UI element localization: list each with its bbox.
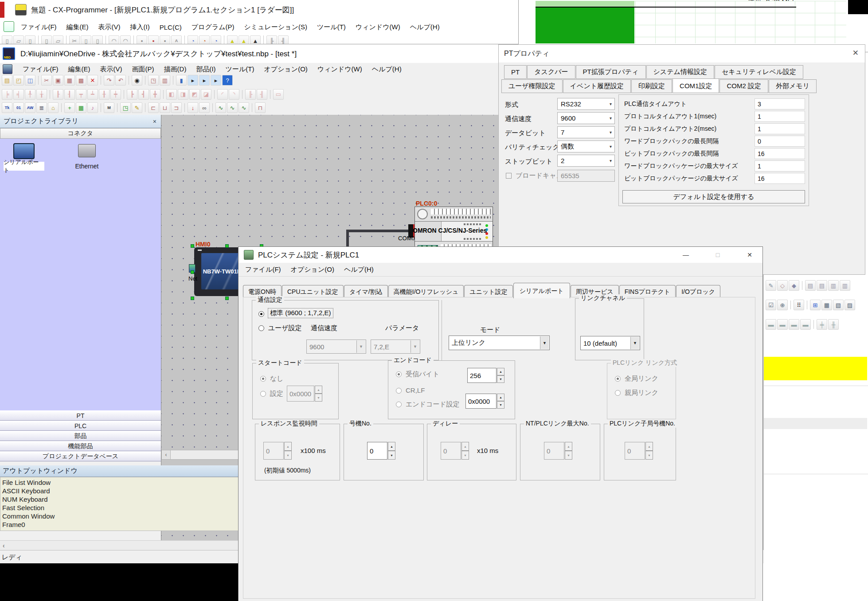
- library-tab-3[interactable]: 機能部品: [0, 441, 161, 451]
- align-bottom-icon[interactable]: ┷: [87, 89, 98, 100]
- drag-select-icon[interactable]: ▸: [211, 75, 221, 86]
- cut-icon[interactable]: ✂: [69, 35, 80, 44]
- print-icon[interactable]: ▯: [41, 35, 52, 44]
- group-icon[interactable]: ◧: [166, 89, 177, 100]
- braille-grid-icon[interactable]: ⠿: [794, 300, 804, 310]
- plc-tab-7[interactable]: FINSプロテクト: [619, 285, 676, 298]
- cx-menu-item-1[interactable]: 編集(E): [62, 22, 94, 32]
- cut-icon[interactable]: ✂: [41, 75, 52, 86]
- cx-menu-item-7[interactable]: ツール(T): [312, 22, 351, 32]
- doc-icon[interactable]: ▧: [833, 300, 844, 310]
- building-icon[interactable]: ⌂: [48, 102, 59, 113]
- rack2-icon[interactable]: ▤: [817, 280, 827, 291]
- broadcast-checkbox[interactable]: [506, 173, 512, 179]
- hand-icon[interactable]: ◇: [777, 280, 788, 291]
- new-icon[interactable]: ▤: [2, 75, 12, 86]
- module3-icon[interactable]: ▬: [789, 319, 799, 330]
- plc-tab-1[interactable]: CPUユニット設定: [282, 285, 344, 298]
- plc-tab-4[interactable]: ユニット設定: [464, 285, 512, 298]
- text-library-icon[interactable]: Tk: [2, 102, 12, 113]
- param-value-input[interactable]: 0: [755, 136, 805, 147]
- undo-icon[interactable]: ◠: [109, 35, 119, 44]
- plc-menu-item-0[interactable]: ファイル(F): [240, 265, 286, 275]
- cable-segment[interactable]: [346, 230, 408, 232]
- xy-chart-icon[interactable]: ∿: [227, 102, 238, 113]
- ruler-icon[interactable]: ▭: [273, 89, 284, 100]
- help-icon[interactable]: ?: [222, 75, 233, 86]
- rack-icon[interactable]: ▤: [805, 280, 816, 291]
- io-icon[interactable]: ▥: [828, 280, 839, 291]
- use-default-settings-button[interactable]: デフォルト設定を使用する: [622, 190, 805, 203]
- pt-tab-4[interactable]: COM2 設定: [719, 79, 768, 93]
- plc-tab-2[interactable]: タイマ/割込: [344, 285, 388, 298]
- stamp-icon[interactable]: ◆: [789, 280, 799, 291]
- databit-select[interactable]: 7▾: [557, 126, 615, 138]
- baud-select[interactable]: 9600▾: [557, 112, 615, 124]
- cx-menu-item-6[interactable]: シミュレーション(S): [239, 22, 312, 32]
- pt-tab-3[interactable]: COM1設定: [673, 78, 719, 93]
- nb-menu-item-2[interactable]: 表示(V): [95, 64, 127, 74]
- coil-icon[interactable]: ╢: [278, 35, 289, 44]
- param-value-input[interactable]: 16: [755, 148, 805, 159]
- help-icon[interactable]: ◔: [199, 35, 210, 44]
- link-channel-select[interactable]: 10 (default)▼: [580, 336, 640, 350]
- copy-icon[interactable]: ▯: [81, 35, 91, 44]
- align-right-icon[interactable]: ┨: [64, 89, 75, 100]
- pt-tab-0[interactable]: ユーザ権限設定: [501, 79, 563, 93]
- search-icon[interactable]: ◔: [211, 35, 221, 44]
- redo-icon[interactable]: ↷: [104, 75, 114, 86]
- stopbit-select[interactable]: 2▾: [557, 155, 615, 167]
- print-preview-icon[interactable]: ◳: [148, 75, 159, 86]
- standard-radio[interactable]: [258, 311, 264, 317]
- save-icon[interactable]: ▯: [25, 35, 35, 44]
- nb-menu-item-7[interactable]: オプション(O): [259, 64, 312, 74]
- parity-select[interactable]: 偶数▾: [557, 140, 615, 152]
- align-top-icon[interactable]: ┯: [76, 89, 86, 100]
- cx-menu-item-3[interactable]: 挿入(I): [125, 22, 155, 32]
- scroll-left-icon[interactable]: ‹: [162, 450, 171, 459]
- h-spacing-icon[interactable]: ╟: [245, 89, 256, 100]
- recv-bytes-spinner[interactable]: 256 ▲▼: [467, 368, 504, 383]
- library-tab-2[interactable]: 部品: [0, 431, 161, 441]
- module4-icon[interactable]: ▬: [800, 319, 811, 330]
- end-code-spinner[interactable]: 0x0000 ▲▼: [465, 394, 504, 409]
- center-v-icon[interactable]: ┿: [110, 89, 121, 100]
- frame-icon[interactable]: ▦: [821, 300, 832, 310]
- rung-icon[interactable]: ╪: [817, 319, 827, 330]
- pt-tab-2[interactable]: 印刷設定: [631, 79, 672, 93]
- end-set-radio[interactable]: [396, 402, 402, 407]
- cx-menu-item-9[interactable]: ヘルプ(H): [405, 22, 445, 32]
- connector-icon[interactable]: ⊓: [255, 102, 266, 113]
- cx-menu-item-8[interactable]: ウィンドウ(W): [351, 22, 405, 32]
- ethernet-item[interactable]: Ethernet: [69, 163, 105, 170]
- marker-icon[interactable]: ▲: [227, 35, 238, 44]
- nb-menu-item-9[interactable]: ヘルプ(H): [367, 64, 407, 74]
- connector-section-header[interactable]: コネクタ: [0, 128, 161, 139]
- same-height-icon[interactable]: ┫: [138, 89, 149, 100]
- data-log-icon[interactable]: ∿: [239, 102, 249, 113]
- trend-chart-icon[interactable]: ∿: [215, 102, 226, 113]
- serial-port-item[interactable]: シリアルポート: [4, 162, 44, 171]
- wand-icon[interactable]: ✎: [766, 280, 776, 291]
- target-icon[interactable]: ⊕: [777, 300, 788, 310]
- pt-tab-3[interactable]: システム情報設定: [646, 65, 714, 79]
- table-icon[interactable]: ⊞: [810, 300, 821, 310]
- same-size-icon[interactable]: ╋: [150, 89, 160, 100]
- monitor-icon[interactable]: ▪: [148, 35, 159, 44]
- multi-select-icon[interactable]: ▸: [199, 75, 210, 86]
- user-settings-radio[interactable]: [258, 325, 264, 331]
- close-icon[interactable]: ×: [153, 118, 156, 125]
- sound-icon[interactable]: ♪: [87, 102, 98, 113]
- ethernet-icon[interactable]: [78, 144, 96, 157]
- send-back-icon[interactable]: ◪: [201, 89, 211, 100]
- download-icon[interactable]: ↓: [188, 102, 198, 113]
- check-grid-icon[interactable]: ☑: [766, 300, 776, 310]
- bring-front-icon[interactable]: ◩: [189, 89, 200, 100]
- start-set-radio[interactable]: [260, 391, 266, 397]
- grid-icon[interactable]: ▪: [137, 35, 147, 44]
- v-spacing-icon[interactable]: ╢: [257, 89, 267, 100]
- param-value-input[interactable]: 16: [755, 173, 805, 184]
- doc2-icon[interactable]: ▨: [845, 300, 855, 310]
- nudge-up-icon[interactable]: ╀: [25, 89, 35, 100]
- nudge-right-icon[interactable]: ╡: [13, 89, 24, 100]
